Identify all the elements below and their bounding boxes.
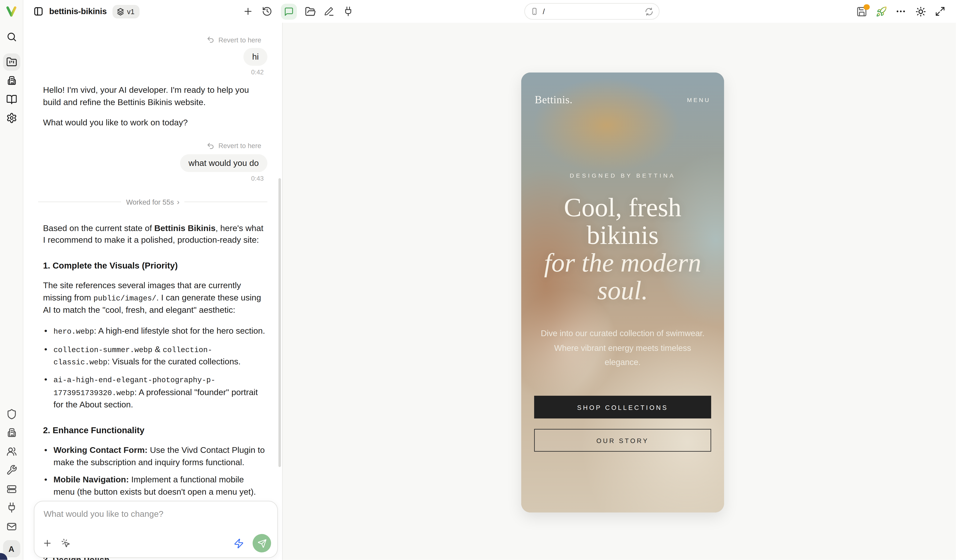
message-timestamp: 0:42 — [43, 68, 264, 75]
element-picker-icon[interactable] — [61, 538, 71, 548]
folder-open-icon[interactable] — [305, 6, 316, 17]
list-item: collection-summer.webp & collection-clas… — [43, 343, 267, 369]
site-tagline: Dive into our curated collection of swim… — [533, 326, 712, 370]
server-icon[interactable] — [3, 480, 20, 498]
search-icon[interactable] — [3, 28, 20, 45]
report-heading-1: 1. Complete the Visuals (Priority) — [43, 259, 267, 272]
assistant-paragraph: What would you like to work on today? — [43, 117, 267, 129]
more-options-icon[interactable] — [896, 6, 907, 17]
composer-actions — [35, 534, 277, 553]
revert-to-here-2[interactable]: Revert to here — [43, 142, 261, 150]
list-item: hero.webp: A high-end lifestyle shot for… — [43, 325, 267, 337]
edit-pencil-icon[interactable] — [324, 6, 335, 17]
project-title: bettinis-bikinis — [49, 7, 107, 16]
history-icon[interactable] — [262, 6, 273, 17]
tagline-line: elegance. — [533, 355, 712, 370]
user-message: hi — [244, 48, 267, 66]
report-intro: Based on the current state of Bettinis B… — [43, 222, 267, 246]
mail-icon[interactable] — [3, 518, 20, 535]
settings-gear-icon[interactable] — [3, 109, 20, 127]
site-menu-button[interactable]: MENU — [687, 96, 711, 103]
version-badge[interactable]: v1 — [112, 5, 139, 18]
quick-mode-zap-icon[interactable] — [234, 538, 244, 549]
version-label: v1 — [127, 8, 134, 15]
save-icon[interactable] — [857, 6, 868, 17]
assistant-message: Hello! I'm vivd, your AI developer. I'm … — [43, 84, 267, 129]
topbar-right-group — [857, 0, 946, 23]
revert-label: Revert to here — [219, 36, 261, 44]
project-folder-icon[interactable] — [3, 53, 20, 71]
workspace-building-icon[interactable] — [3, 72, 20, 89]
attach-plus-icon[interactable] — [42, 538, 52, 548]
wrench-icon[interactable] — [3, 462, 20, 479]
undo-icon — [207, 36, 215, 44]
rail-top-group — [3, 28, 20, 128]
report-heading-2: 2. Enhance Functionality — [43, 424, 267, 436]
divider-line — [38, 202, 121, 202]
theme-sun-icon[interactable] — [915, 6, 926, 17]
shield-icon[interactable] — [3, 406, 20, 423]
unsaved-badge-dot — [864, 4, 870, 10]
left-rail: A — [0, 0, 24, 560]
chat-scrollbar[interactable] — [278, 178, 281, 467]
message-timestamp: 0:43 — [43, 174, 264, 182]
assistant-paragraph: Hello! I'm vivd, your AI developer. I'm … — [43, 84, 267, 108]
site-preview-frame[interactable]: Bettinis. MENU DESIGNED BY BETTINA Cool,… — [521, 72, 724, 513]
site-brand[interactable]: Bettinis. — [535, 93, 573, 106]
chat-composer — [34, 501, 278, 558]
our-story-button[interactable]: OUR STORY — [534, 429, 711, 452]
tagline-line: Where vibrant energy meets timeless — [533, 341, 712, 355]
url-bar[interactable]: / — [524, 3, 660, 20]
preview-panel: Bettinis. MENU DESIGNED BY BETTINA Cool,… — [283, 23, 956, 560]
shop-collections-button[interactable]: SHOP COLLECTIONS — [534, 396, 711, 419]
chat-scroll-area[interactable]: Revert to here hi 0:42 Hello! I'm vivd, … — [24, 23, 282, 560]
users-icon[interactable] — [3, 443, 20, 460]
divider-line — [184, 202, 267, 202]
user-message: what would you do — [180, 154, 267, 172]
list-item: Working Contact Form: Use the Vivd Conta… — [43, 444, 267, 469]
send-button[interactable] — [253, 534, 271, 553]
chat-toolbar — [243, 0, 354, 23]
revert-label: Revert to here — [219, 142, 261, 149]
plug-icon[interactable] — [3, 499, 20, 516]
topbar: bettinis-bikinis v1 — [24, 0, 956, 23]
chat-input[interactable] — [35, 502, 277, 530]
undo-icon — [207, 142, 215, 150]
refresh-icon[interactable] — [645, 7, 653, 16]
deploy-rocket-icon[interactable] — [876, 6, 887, 17]
list-item: Mobile Navigation: Implement a functiona… — [43, 474, 267, 498]
headline-line-italic: soul. — [521, 276, 724, 304]
chevron-right-icon: › — [177, 198, 179, 206]
org-building-icon[interactable] — [3, 424, 20, 441]
worked-label: Worked for 55s — [126, 198, 174, 205]
headline-line-italic: for the modern — [521, 249, 724, 276]
docs-book-icon[interactable] — [3, 91, 20, 108]
site-eyebrow: DESIGNED BY BETTINA — [521, 172, 724, 179]
site-header: Bettinis. MENU — [521, 72, 724, 112]
plug-tool-icon[interactable] — [343, 6, 354, 17]
revert-to-here-1[interactable]: Revert to here — [43, 36, 261, 44]
site-headline: Cool, fresh bikinis for the modern soul. — [521, 194, 724, 304]
tagline-line: Dive into our curated collection of swim… — [533, 326, 712, 341]
sidebar-toggle-icon[interactable] — [33, 6, 44, 17]
chat-bubble-icon[interactable] — [281, 3, 297, 19]
list-item: ai-a-high-end-elegant-photography-p-1773… — [43, 374, 267, 411]
mobile-viewport-icon[interactable] — [530, 7, 538, 16]
topbar-left-group: bettinis-bikinis v1 — [33, 0, 139, 23]
rail-bottom-group: A — [3, 406, 20, 560]
headline-line: bikinis — [521, 221, 724, 249]
vivd-app: A bettinis-bikinis v1 — [0, 0, 956, 560]
worked-duration-toggle[interactable]: Worked for 55s › — [38, 198, 267, 206]
chat-panel: Revert to here hi 0:42 Hello! I'm vivd, … — [24, 23, 283, 560]
headline-line: Cool, fresh — [521, 194, 724, 221]
report-list-1: hero.webp: A high-end lifestyle shot for… — [43, 325, 267, 411]
vivd-logo[interactable] — [0, 0, 23, 23]
layers-icon — [116, 7, 124, 16]
new-chat-plus-icon[interactable] — [243, 6, 254, 17]
url-path[interactable]: / — [543, 7, 640, 16]
report-paragraph: The site references several images that … — [43, 280, 267, 317]
fullscreen-expand-icon[interactable] — [935, 6, 946, 17]
